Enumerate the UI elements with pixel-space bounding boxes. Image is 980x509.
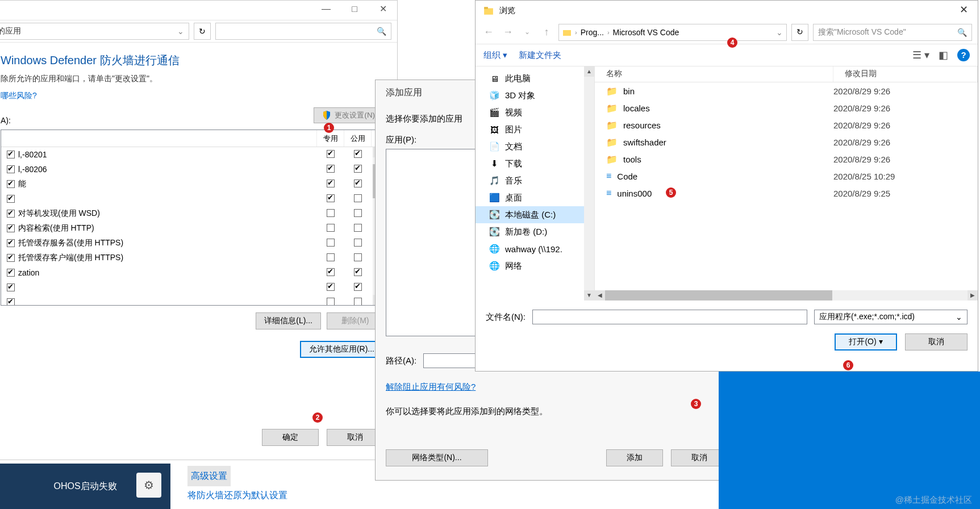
help-icon[interactable]: ?	[957, 49, 970, 61]
column-public[interactable]: 公用	[344, 130, 372, 147]
sidebar-item[interactable]: 💽本地磁盘 (C:)	[476, 206, 594, 223]
list-item[interactable]	[1, 295, 383, 305]
public-checkbox[interactable]	[344, 209, 372, 219]
sidebar-item[interactable]: 🌐wahway (\\192.	[476, 240, 594, 257]
private-checkbox[interactable]	[317, 209, 344, 219]
list-item[interactable]	[1, 191, 383, 206]
list-item[interactable]: l,-80206	[1, 162, 383, 177]
file-row[interactable]: ≡unins0002020/8/29 9:25	[595, 185, 978, 202]
scroll-up-icon[interactable]: ▲	[584, 66, 594, 77]
sidebar-item[interactable]: 📄文档	[476, 138, 594, 155]
scroll-down-icon[interactable]: ▼	[584, 290, 594, 301]
change-settings-button[interactable]: 更改设置(N)	[314, 107, 383, 123]
address-bar[interactable]: › Prog... › Microsoft VS Code ⌄	[558, 24, 787, 41]
sidebar-item[interactable]: 🌐网络	[476, 257, 594, 274]
checkbox[interactable]	[7, 180, 15, 188]
search-input[interactable]: 🔍	[215, 23, 391, 40]
sidebar-item[interactable]: 🟦桌面	[476, 189, 594, 206]
horizontal-scrollbar[interactable]: ◀ ▶	[595, 290, 978, 301]
close-button[interactable]: ✕	[369, 1, 397, 20]
sidebar-item[interactable]: 🎵音乐	[476, 172, 594, 189]
checkbox[interactable]	[7, 210, 15, 218]
checkbox[interactable]	[7, 254, 15, 262]
private-checkbox[interactable]	[317, 150, 344, 160]
allow-other-app-button[interactable]: 允许其他应用(R)...	[300, 341, 383, 358]
scroll-right-icon[interactable]: ▶	[968, 290, 978, 301]
checkbox[interactable]	[7, 239, 15, 247]
up-button[interactable]: ↑	[539, 25, 554, 40]
list-item[interactable]: 托管缓存服务器(使用 HTTPS)	[1, 236, 383, 251]
sidebar-item[interactable]: 🧊3D 对象	[476, 87, 594, 104]
forward-button[interactable]: →	[501, 25, 515, 40]
file-row[interactable]: 📁tools2020/8/29 9:26	[595, 151, 978, 168]
public-checkbox[interactable]	[344, 180, 372, 189]
risk-link[interactable]: 解除阻止应用有何风险?	[386, 382, 728, 393]
refresh-button[interactable]: ↻	[194, 23, 211, 40]
checkbox[interactable]	[7, 151, 15, 158]
scroll-left-icon[interactable]: ◀	[595, 290, 605, 301]
private-checkbox[interactable]	[317, 283, 344, 293]
list-item[interactable]: 托管缓存客户端(使用 HTTPS)	[1, 251, 383, 265]
preview-pane-icon[interactable]: ◧	[939, 49, 948, 61]
sidebar-item[interactable]: 💽新加卷 (D:)	[476, 223, 594, 240]
list-item[interactable]: l,-80201	[1, 147, 383, 162]
sidebar-item[interactable]: ⬇下载	[476, 155, 594, 172]
public-checkbox[interactable]	[344, 224, 372, 233]
list-item[interactable]: 内容检索(使用 HTTP)	[1, 221, 383, 236]
new-folder-button[interactable]: 新建文件夹	[519, 50, 561, 61]
close-button[interactable]: ✕	[949, 1, 978, 21]
refresh-button[interactable]: ↻	[791, 24, 808, 41]
public-checkbox[interactable]	[344, 283, 372, 293]
restore-defaults-link[interactable]: 将防火墙还原为默认设置	[187, 490, 287, 500]
history-dropdown[interactable]: ⌄	[520, 25, 535, 40]
open-button[interactable]: 打开(O) ▾	[835, 333, 897, 351]
cancel-button[interactable]: 取消	[905, 333, 968, 351]
list-item[interactable]: 对等机发现(使用 WSD)	[1, 206, 383, 221]
sidebar-item[interactable]: 🎬视频	[476, 104, 594, 121]
list-item[interactable]	[1, 280, 383, 295]
file-row[interactable]: ≡Code2020/8/25 10:29	[595, 168, 978, 185]
network-type-button[interactable]: 网络类型(N)...	[386, 449, 488, 466]
private-checkbox[interactable]	[317, 239, 344, 248]
breadcrumb[interactable]: en... › 允许的应用 ⌄	[0, 23, 189, 40]
public-checkbox[interactable]	[344, 253, 372, 263]
filter-dropdown[interactable]: 应用程序(*.exe;*.com;*.icd) ⌄	[814, 310, 968, 324]
ok-button[interactable]: 确定	[262, 429, 319, 446]
file-row[interactable]: 📁bin2020/8/29 9:26	[595, 82, 978, 99]
private-checkbox[interactable]	[317, 224, 344, 233]
list-item[interactable]: 能	[1, 177, 383, 191]
chevron-down-icon[interactable]: ⌄	[776, 28, 783, 37]
checkbox[interactable]	[7, 283, 15, 291]
sidebar-item[interactable]: 🖼图片	[476, 121, 594, 138]
public-checkbox[interactable]	[344, 150, 372, 160]
view-options-icon[interactable]: ☰ ▾	[912, 49, 929, 61]
maximize-button[interactable]: □	[340, 1, 369, 20]
file-row[interactable]: 📁locales2020/8/29 9:26	[595, 99, 978, 116]
checkbox[interactable]	[7, 298, 15, 305]
add-button[interactable]: 添加	[606, 449, 663, 466]
public-checkbox[interactable]	[344, 194, 372, 204]
checkbox[interactable]	[7, 195, 15, 203]
public-checkbox[interactable]	[344, 239, 372, 248]
details-button[interactable]: 详细信息(L)...	[256, 312, 321, 329]
search-input[interactable]: 搜索"Microsoft VS Code" 🔍	[813, 24, 972, 41]
private-checkbox[interactable]	[317, 253, 344, 263]
column-date[interactable]: 修改日期	[833, 66, 978, 82]
minimize-button[interactable]: —	[312, 1, 340, 20]
private-checkbox[interactable]	[317, 298, 344, 306]
checkbox[interactable]	[7, 269, 15, 277]
private-checkbox[interactable]	[317, 268, 344, 278]
list-item[interactable]: zation	[1, 265, 383, 280]
address-segment[interactable]: Prog...	[581, 28, 604, 37]
public-checkbox[interactable]	[344, 268, 372, 278]
file-row[interactable]: 📁resources2020/8/29 9:26	[595, 116, 978, 133]
public-checkbox[interactable]	[344, 298, 372, 306]
scrollbar[interactable]: ▲ ▼	[584, 66, 594, 301]
chevron-down-icon[interactable]: ⌄	[177, 27, 184, 36]
private-checkbox[interactable]	[317, 180, 344, 189]
risks-link[interactable]: 哪些风险?	[1, 91, 37, 100]
organize-menu[interactable]: 组织 ▾	[483, 50, 507, 61]
back-button[interactable]: ←	[481, 25, 496, 40]
scroll-thumb[interactable]	[605, 290, 832, 301]
checkbox[interactable]	[7, 224, 15, 232]
